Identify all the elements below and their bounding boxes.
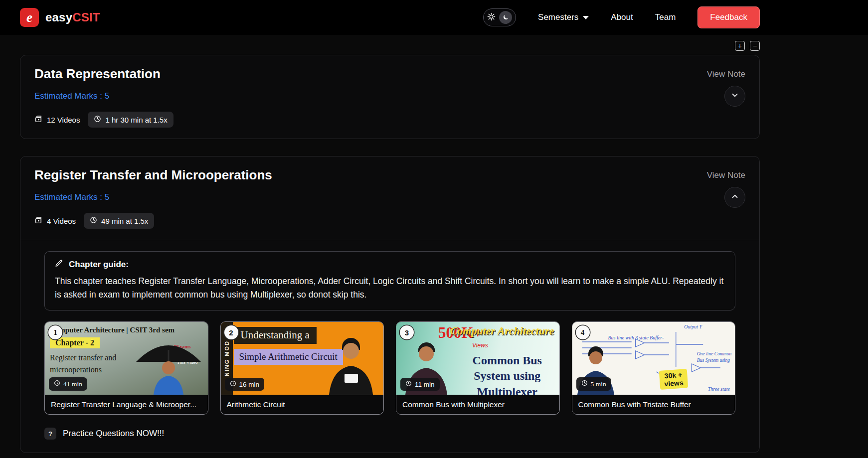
- thumbnail-text-line: Common Bus: [455, 353, 559, 368]
- duration-badge: 49 min at 1.5x: [84, 213, 154, 229]
- brand-first: easy: [45, 10, 72, 24]
- clock-icon: [90, 216, 97, 225]
- videos-count-badge: 12 Videos: [34, 115, 80, 125]
- thumbnail-text: Common Bus System using Multiplexer: [455, 353, 559, 395]
- thumbnail-annotation: Three state: [708, 386, 730, 392]
- video-icon: [34, 216, 42, 226]
- video-title: Register Transfer Language & Microoper..…: [45, 395, 208, 414]
- chevron-up-icon: [730, 192, 739, 203]
- thumbnail-annotation: Output Y: [684, 324, 702, 329]
- expand-chapter-button[interactable]: [724, 86, 745, 107]
- presenter-photo: [131, 336, 206, 395]
- video-thumbnail: 4 Output Y Bus line with 3 state Buffer-…: [572, 322, 735, 395]
- presenter-photo: [319, 334, 383, 395]
- video-card-register-transfer-language[interactable]: 1 Computer Architecture | CSIT 3rd sem C…: [44, 321, 208, 415]
- video-duration-badge: 11 min: [400, 378, 440, 391]
- chapter-card-register-transfer: Register Transfer and Microoperations Vi…: [20, 156, 760, 453]
- estimated-marks: Estimated Marks : 5: [34, 91, 109, 101]
- video-duration-badge: 41 min: [49, 377, 87, 391]
- caret-down-icon: [583, 16, 589, 19]
- chevron-down-icon: [730, 91, 739, 102]
- thumbnail-text: Understanding a: [234, 327, 317, 344]
- estimated-marks: Estimated Marks : 5: [34, 192, 109, 202]
- practice-questions-label: Practice Questions NOW!!!: [63, 429, 164, 439]
- pencil-icon: [55, 259, 63, 270]
- video-duration-label: 11 min: [415, 381, 435, 388]
- video-title: Common Bus with Multiplexer: [396, 395, 559, 414]
- chapter-body: Chapter guide: This chapter teaches Regi…: [20, 240, 759, 453]
- collapse-chapter-button[interactable]: [724, 187, 745, 208]
- video-card-arithmetic-circuit[interactable]: 2 NING MOD Understanding a Simple Arithm…: [220, 321, 384, 415]
- video-grid: 1 Computer Architecture | CSIT 3rd sem C…: [44, 321, 735, 415]
- brand-name: easyCSIT: [45, 10, 100, 24]
- chapter-card-data-representation: Data Representation View Note Estimated …: [20, 55, 760, 139]
- video-number-badge: 4: [576, 325, 590, 339]
- clock-icon: [581, 380, 588, 388]
- clock-icon: [230, 380, 236, 388]
- guide-text: This chapter teaches Register Transfer L…: [55, 275, 725, 302]
- sun-icon: [487, 12, 496, 23]
- nav-about[interactable]: About: [611, 12, 633, 22]
- video-title: Arithmetic Circuit: [221, 395, 384, 414]
- main-nav: Semesters About Team Feedback: [483, 6, 760, 28]
- clock-icon: [94, 115, 101, 124]
- feedback-button[interactable]: Feedback: [697, 6, 760, 28]
- video-title: Common Bus with Tristate Buffer: [572, 395, 735, 414]
- theme-toggle[interactable]: [483, 8, 516, 26]
- chapter-guide: Chapter guide: This chapter teaches Regi…: [44, 251, 735, 310]
- nav-team[interactable]: Team: [655, 12, 676, 22]
- expand-all-button[interactable]: +: [735, 41, 745, 51]
- video-number-badge: 2: [224, 325, 238, 339]
- logo[interactable]: e easyCSIT: [20, 8, 100, 27]
- practice-questions-link[interactable]: ? Practice Questions NOW!!!: [44, 428, 735, 440]
- video-duration-label: 5 min: [591, 380, 606, 388]
- view-note-link[interactable]: View Note: [707, 69, 745, 79]
- thumbnail-text-line: System using: [455, 368, 559, 384]
- question-icon: ?: [44, 428, 56, 440]
- chapter-title: Register Transfer and Microoperations: [34, 167, 272, 183]
- videos-count-label: 12 Videos: [47, 116, 80, 124]
- video-duration-label: 16 min: [239, 381, 260, 388]
- video-duration-label: 41 min: [63, 380, 82, 388]
- thumbnail-brand-text: Computer Architecture: [450, 324, 554, 337]
- moon-icon: [499, 11, 512, 24]
- video-card-common-bus-tristate[interactable]: 4 Output Y Bus line with 3 state Buffer-…: [572, 321, 736, 415]
- nav-team-label: Team: [655, 12, 676, 22]
- thumbnail-side-text: NING MOD: [224, 340, 230, 376]
- video-icon: [34, 115, 42, 125]
- nav-about-label: About: [611, 12, 633, 22]
- bulk-actions: + −: [20, 41, 760, 51]
- collapse-all-button[interactable]: −: [750, 41, 760, 51]
- thumbnail-chapter-label: Chapter - 2: [50, 337, 100, 348]
- thumbnail-annotation: Bus line with 3 state Buffer-: [608, 335, 664, 340]
- chapter-title: Data Representation: [34, 66, 161, 82]
- clock-icon: [54, 380, 60, 388]
- thumbnail-text-line: Multiplexer: [455, 384, 559, 395]
- thumbnail-views-label: Views: [472, 342, 488, 349]
- video-duration-badge: 5 min: [576, 377, 611, 391]
- nav-semesters[interactable]: Semesters: [538, 12, 589, 22]
- videos-count-badge: 4 Videos: [34, 216, 76, 226]
- duration-label: 49 min at 1.5x: [101, 217, 148, 225]
- video-card-common-bus-multiplexer[interactable]: 3 500K+ Views Computer Architecture Comm…: [396, 321, 560, 415]
- videos-count-label: 4 Videos: [47, 217, 76, 225]
- thumbnail-views-badge: 30k + views: [659, 369, 689, 390]
- clock-icon: [405, 380, 412, 388]
- video-duration-badge: 16 min: [225, 378, 265, 391]
- guide-heading: Chapter guide:: [69, 260, 129, 270]
- view-note-link[interactable]: View Note: [707, 170, 745, 180]
- app-header: e easyCSIT Semesters About Team Feedback: [0, 0, 868, 35]
- thumbnail-text: Computer Architecture | CSIT 3rd sem: [50, 326, 203, 334]
- nav-semesters-label: Semesters: [538, 12, 578, 22]
- thumbnail-annotation: One line Common Bus System using: [697, 351, 733, 363]
- video-thumbnail: 3 500K+ Views Computer Architecture Comm…: [396, 322, 559, 395]
- brand-second: CSIT: [72, 10, 100, 24]
- duration-label: 1 hr 30 min at 1.5x: [105, 116, 167, 124]
- video-thumbnail: 1 Computer Architecture | CSIT 3rd sem C…: [45, 322, 208, 395]
- main-content: + − Data Representation View Note Estima…: [20, 41, 760, 453]
- video-number-badge: 3: [400, 325, 414, 339]
- duration-badge: 1 hr 30 min at 1.5x: [88, 112, 173, 128]
- logo-icon: e: [20, 8, 39, 27]
- video-thumbnail: 2 NING MOD Understanding a Simple Arithm…: [221, 322, 384, 395]
